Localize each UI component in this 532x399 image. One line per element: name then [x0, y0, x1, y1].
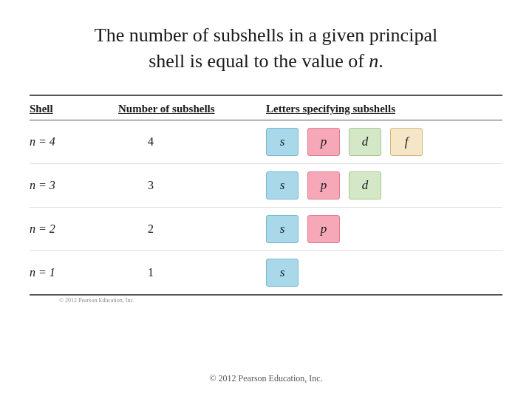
box-d-n4: d — [349, 128, 381, 156]
page-title: The number of subshells in a given princ… — [95, 22, 437, 74]
box-f-n4: f — [390, 128, 423, 156]
box-s-n2: s — [266, 215, 299, 243]
cell-letters-n1: s — [266, 259, 502, 287]
cell-letters-n2: s p — [266, 215, 502, 243]
table-row: n = 3 3 s p d — [30, 164, 502, 208]
cell-number-n2: 2 — [118, 222, 266, 236]
cell-shell-n1: n = 1 — [30, 266, 118, 279]
table-row: n = 4 4 s p d f — [30, 120, 502, 164]
table-header: Shell Number of subshells Letters specif… — [30, 96, 502, 120]
header-shell: Shell — [30, 102, 118, 115]
box-p-n3: p — [307, 171, 340, 200]
copyright-bottom: © 2012 Pearson Education, Inc. — [209, 363, 322, 384]
cell-shell-n3: n = 3 — [30, 179, 118, 192]
data-table: Shell Number of subshells Letters specif… — [30, 95, 502, 296]
cell-shell-n4: n = 4 — [30, 135, 118, 149]
copyright-small: © 2012 Pearson Education, Inc. — [30, 297, 134, 304]
box-s-n4: s — [266, 128, 299, 156]
italic-n: n — [369, 50, 378, 72]
table-row: n = 2 2 s p — [30, 208, 502, 251]
cell-number-n4: 4 — [118, 135, 266, 149]
box-p-n2: p — [307, 215, 340, 243]
cell-letters-n4: s p d f — [266, 128, 502, 156]
box-p-n4: p — [307, 128, 340, 156]
cell-number-n3: 3 — [118, 179, 266, 192]
cell-number-n1: 1 — [118, 266, 266, 279]
cell-letters-n3: s p d — [266, 171, 502, 200]
page: The number of subshells in a given princ… — [0, 0, 532, 399]
box-d-n3: d — [349, 171, 381, 200]
box-s-n3: s — [266, 171, 299, 200]
header-number: Number of subshells — [118, 102, 266, 115]
box-s-n1: s — [266, 259, 299, 287]
table-row: n = 1 1 s — [30, 251, 502, 294]
header-letters: Letters specifying subshells — [266, 102, 502, 115]
cell-shell-n2: n = 2 — [30, 222, 118, 236]
